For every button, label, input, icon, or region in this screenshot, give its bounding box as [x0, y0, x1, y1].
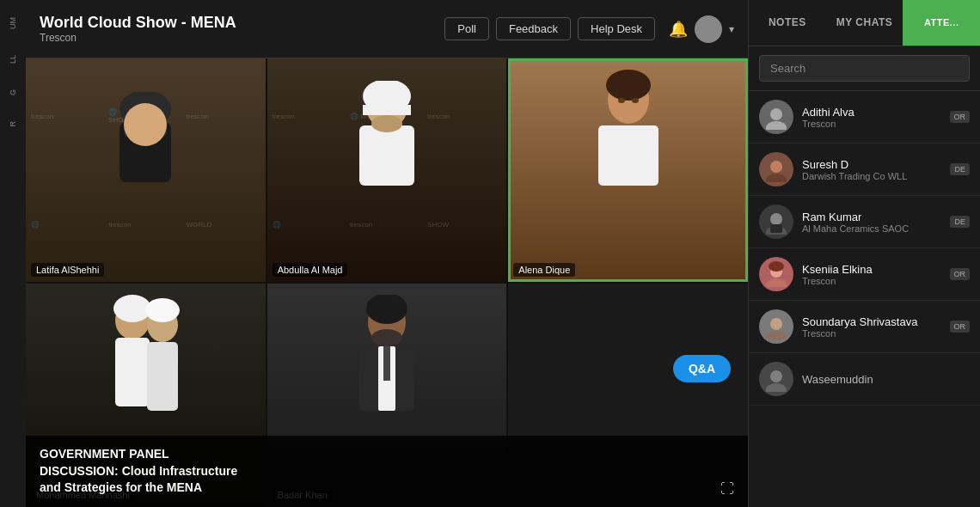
- svg-rect-16: [115, 338, 150, 406]
- attendee-info: Waseemuddin: [802, 373, 970, 386]
- session-title: GOVERNMENT PANEL DISCUSSION: Cloud Infra…: [40, 446, 734, 497]
- avatar: [759, 362, 793, 396]
- attendee-badge: OR: [950, 111, 971, 123]
- left-strip-label-ll: LL: [9, 55, 17, 64]
- notifications-icon[interactable]: 🔔: [669, 20, 688, 39]
- attendee-name: Kseniia Elkina: [802, 263, 941, 276]
- svg-point-35: [766, 278, 787, 287]
- svg-point-28: [770, 161, 782, 173]
- tab-attendees[interactable]: ATTE...: [903, 0, 980, 46]
- list-item: Suresh D Darwish Trading Co WLL DE: [749, 144, 980, 196]
- avatar: [759, 309, 793, 344]
- feedback-button[interactable]: Feedback: [496, 17, 571, 40]
- avatar-icon: [763, 209, 789, 235]
- attendee-info: Adithi Alva Trescon: [802, 106, 941, 129]
- attendee-org: Trescon: [802, 276, 941, 286]
- attendee-org: Darwish Trading Co WLL: [802, 171, 941, 181]
- avatar: [759, 257, 793, 291]
- event-info: World Cloud Show - MENA Trescon: [40, 14, 236, 44]
- attendees-list: Adithi Alva Trescon OR Suresh D Darwish …: [749, 91, 980, 507]
- left-strip-label-r: R: [9, 121, 17, 127]
- avatar: [759, 205, 793, 239]
- bottom-info-bar: GOVERNMENT PANEL DISCUSSION: Cloud Infra…: [26, 436, 748, 507]
- person-shape-alena: [594, 70, 663, 190]
- poll-button[interactable]: Poll: [444, 17, 489, 40]
- svg-point-26: [770, 108, 782, 120]
- attendee-org: Al Maha Ceramics SAOC: [802, 223, 941, 234]
- participant-label-latifa: Latifa AlShehhi: [31, 263, 104, 277]
- attendee-org: Trescon: [802, 328, 941, 339]
- attendee-name: Ram Kumar: [802, 211, 941, 223]
- person-shape-abdulla: [352, 81, 421, 192]
- list-item: Waseemuddin: [749, 353, 980, 406]
- svg-point-30: [770, 213, 782, 225]
- list-item: Soundarya Shrivastava Trescon OR: [749, 301, 980, 353]
- left-strip: UM LL G R: [0, 0, 26, 507]
- right-panel-tabs: NOTES MY CHATS ATTE...: [749, 0, 980, 46]
- svg-point-1: [119, 92, 171, 128]
- attendee-badge: OR: [950, 321, 971, 333]
- video-cell-abdulla: trescon 🌐 WORLD trescon 🌐 trescon SHOW A…: [267, 58, 507, 282]
- attendee-name: Waseemuddin: [802, 373, 970, 386]
- avatar-icon: [763, 104, 789, 130]
- main-content: World Cloud Show - MENA Trescon Poll Fee…: [26, 0, 748, 507]
- attendee-org: Trescon: [802, 119, 941, 129]
- svg-point-34: [769, 261, 784, 272]
- right-panel: NOTES MY CHATS ATTE... Adithi Alva Tresc…: [748, 0, 980, 507]
- expand-icon[interactable]: ⛶: [720, 481, 734, 497]
- tab-chats[interactable]: MY CHATS: [826, 0, 903, 46]
- qa-button[interactable]: Q&A: [673, 355, 731, 382]
- svg-point-27: [766, 121, 787, 130]
- attendee-info: Ram Kumar Al Maha Ceramics SAOC: [802, 211, 941, 234]
- avatar-icon: [763, 314, 789, 339]
- video-cell-latifa: trescon 🌐 WORLD CLOUD SHOW trescon 🌐 tre…: [26, 58, 266, 282]
- svg-rect-25: [383, 346, 390, 381]
- svg-rect-19: [147, 342, 178, 411]
- attendee-name: Adithi Alva: [802, 106, 941, 119]
- list-item: Ram Kumar Al Maha Ceramics SAOC DE: [749, 196, 980, 248]
- svg-rect-6: [363, 105, 411, 115]
- svg-rect-32: [770, 224, 782, 233]
- attendee-info: Suresh D Darwish Trading Co WLL: [802, 158, 941, 181]
- left-strip-label-um: UM: [9, 17, 17, 29]
- list-item: Adithi Alva Trescon OR: [749, 91, 980, 144]
- search-bar: [749, 46, 980, 91]
- svg-rect-11: [598, 125, 658, 186]
- participant-label-abdulla: Abdulla Al Majd: [273, 263, 348, 277]
- svg-rect-2: [119, 122, 171, 182]
- user-avatar-button[interactable]: [695, 15, 722, 43]
- attendee-name: Soundarya Shrivastava: [802, 315, 941, 328]
- svg-point-38: [770, 370, 782, 382]
- chevron-down-icon[interactable]: ▾: [729, 23, 734, 35]
- svg-point-10: [606, 70, 651, 101]
- list-item: Kseniia Elkina Trescon OR: [749, 248, 980, 301]
- svg-point-29: [766, 174, 787, 182]
- attendee-info: Soundarya Shrivastava Trescon: [802, 315, 941, 339]
- tab-notes[interactable]: NOTES: [749, 0, 826, 46]
- top-bar-actions: Poll Feedback Help Desk 🔔 ▾: [444, 15, 734, 43]
- video-cell-alena: Alena Dique: [508, 58, 748, 282]
- participant-label-alena: Alena Dique: [513, 263, 575, 277]
- svg-rect-3: [124, 119, 167, 137]
- avatar-icon: [763, 366, 789, 392]
- person-shape-mohammed: [102, 295, 188, 424]
- attendee-badge: DE: [950, 163, 970, 175]
- svg-point-22: [371, 329, 402, 346]
- attendee-badge: DE: [950, 216, 970, 228]
- event-subtitle: Trescon: [40, 32, 236, 44]
- svg-rect-7: [359, 125, 414, 186]
- svg-point-12: [618, 98, 625, 103]
- search-input[interactable]: [759, 55, 970, 82]
- helpdesk-button[interactable]: Help Desk: [578, 17, 655, 40]
- person-shape-badar: [352, 295, 421, 415]
- svg-point-39: [766, 383, 787, 392]
- svg-point-8: [371, 115, 402, 132]
- attendee-info: Kseniia Elkina Trescon: [802, 263, 941, 286]
- svg-point-37: [766, 331, 787, 339]
- attendee-badge: OR: [950, 268, 971, 280]
- svg-point-36: [770, 318, 782, 330]
- event-title: World Cloud Show - MENA: [40, 14, 236, 32]
- svg-point-18: [145, 298, 180, 322]
- video-grid: trescon 🌐 WORLD CLOUD SHOW trescon 🌐 tre…: [26, 58, 748, 507]
- avatar: [759, 152, 793, 186]
